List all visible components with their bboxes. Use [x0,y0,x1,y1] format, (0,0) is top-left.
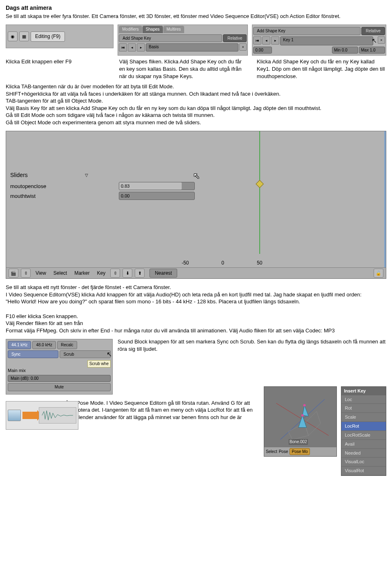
cursor-icon: ↖ [372,36,377,45]
menu-pose-3d[interactable]: Pose [279,449,288,455]
insert-key-loc[interactable]: Loc [341,395,386,404]
cursor-icon: ↖ [193,170,200,182]
nav-next-icon-2[interactable]: ▸ [271,36,279,45]
sliders-label-text: Sliders [10,171,28,179]
cursor-icon: ↖ [107,350,112,359]
wave-panel [6,401,78,430]
scrub-label: Scrub [63,352,74,357]
rate-441-button[interactable]: 44.1 kHz [8,341,31,349]
caption-1: Klicka Edit knappen eller F9 [6,58,111,80]
slider-row-mouthtwist: mouthtwist 0.00 [10,192,195,200]
nav-next-icon[interactable]: ▸ [137,43,145,52]
main-mix-label: Main mix [8,368,26,374]
insert-key-title: Insert Key [341,387,386,395]
snap-nearest-dropdown[interactable]: Nearest [149,269,177,278]
slider-name: mouthtwist [10,193,116,200]
insert-key-needed[interactable]: Needed [341,449,386,458]
slider-value: 0.83 [121,183,129,189]
insert-key-rot[interactable]: Rot [341,404,386,413]
insert-key-menu: Insert Key Loc Rot Scale LocRot LocRotSc… [341,386,386,476]
editing-f9-button[interactable]: Editing (F9) [31,31,65,41]
add-shape-key-button[interactable]: Add Shape Key [119,34,222,43]
panel-editing: ◉ ▦ Editing (F9) [6,25,114,48]
panel-row-1: ◉ ▦ Editing (F9) Modifiers Shapes Multir… [6,25,386,56]
image-icon[interactable] [8,410,21,421]
axis-tick: -50 [182,260,189,266]
insert-key-locrot[interactable]: LocRot [341,422,386,431]
orange-arrow-icon [22,412,37,419]
relative-toggle-2[interactable]: Relative [361,27,385,35]
caption-3: Klicka Add Shape Key och du får en ny Ke… [257,58,386,80]
insert-key-visualloc[interactable]: VisualLoc [341,457,386,466]
right-edge [384,131,386,268]
menu-key[interactable]: Key [95,270,108,276]
tab-multires[interactable]: Multires [163,26,184,33]
value-field[interactable]: 0.00 [253,47,272,54]
jump-up-icon[interactable]: ⬆ [135,269,145,278]
nav-prev-icon[interactable]: ◂ [128,43,136,52]
slider-row-moutopenclose: moutopenclose 0.83 [10,182,195,190]
nav-first-icon[interactable]: ⏮ [119,43,127,52]
pose-mode-dropdown[interactable]: Pose Mo [290,448,310,455]
add-shape-key-button-2[interactable]: Add Shape Key [253,27,361,35]
svg-marker-5 [303,405,309,416]
slider-input-mouthtwist[interactable]: 0.00 [119,192,195,200]
caption-2: Välj Shapes fliken. Klicka Add Shape Key… [119,58,249,80]
scrub-tooltip: Scrub whe [87,360,111,368]
shapekey-name-field-2[interactable]: Key 1 [280,36,373,45]
max-field[interactable]: Max 1.0 [359,47,385,54]
relative-toggle[interactable]: Relative [223,34,247,43]
delete-shapekey-button[interactable]: × [239,43,247,51]
action-editor-panel: Sliders ▽ moutopenclose 0.83 mouthtwist … [6,131,386,279]
svg-point-6 [301,414,304,417]
3d-viewport[interactable]: Bone.002 Select Pose Pose Mo [264,386,337,457]
collapse-icon[interactable]: ▽ [85,173,88,178]
delete-shapekey-button-2[interactable]: × [378,36,385,44]
shapekey-name-field[interactable]: Basis [146,43,238,52]
page-title: Dags att animera [6,4,386,12]
slider-input-moutopenclose[interactable]: 0.83 [119,182,195,190]
menu-select[interactable]: Select [51,270,69,276]
insert-key-visualrot[interactable]: VisualRot [341,466,386,475]
waveform-display [39,407,76,424]
menu-select-3d[interactable]: Select [266,449,277,455]
insert-key-locrotscale[interactable]: LocRotScale [341,431,386,440]
updown-icon[interactable]: ⇳ [21,269,31,278]
sync-button[interactable]: Sync [8,350,58,359]
nav-first-icon-2[interactable]: ⏮ [253,36,261,45]
current-frame-line[interactable] [259,131,260,254]
min-field[interactable]: Min 0.0 [332,47,358,54]
caption-row: Klicka Edit knappen eller F9 Välj Shapes… [6,58,386,80]
axis-tick: 50 [257,260,262,266]
timeline-axis: -50 0 50 [182,260,262,266]
editing-icon[interactable]: ▦ [19,31,29,41]
nav-prev-icon-2[interactable]: ◂ [262,36,270,45]
slider-name: moutopenclose [10,183,116,190]
insert-key-scale[interactable]: Scale [341,413,386,422]
action-editor-header: 🎬 ⇳ View Select Marker Key ⇳ ⬇ ⬆ Nearest… [6,267,386,278]
menu-view[interactable]: View [33,270,49,276]
sliders-header[interactable]: Sliders ▽ [10,171,88,179]
tab-shapes[interactable]: Shapes [143,26,163,33]
recalc-button[interactable]: Recalc [57,341,77,349]
intro-paragraph: Se till att skapa tre eller fyra fönster… [6,13,386,20]
panel-selector-icon[interactable]: ◉ [8,31,18,41]
tab-modifiers[interactable]: Modifiers [119,26,142,33]
editor-type-icon[interactable]: 🎬 [9,269,18,278]
insert-key-avail[interactable]: Avail [341,440,386,449]
keyframe-diamond-icon[interactable] [256,180,264,188]
jump-down-icon[interactable]: ⬇ [122,269,132,278]
rate-480-button[interactable]: 48.0 kHz [32,341,56,349]
scrub-button[interactable]: Scrub ↖ [60,350,110,359]
panel-shapes: Modifiers Shapes Multires Add Shape Key … [118,25,248,56]
updown-icon-2[interactable]: ⇳ [110,269,120,278]
axis-tick: 0 [221,260,224,266]
slider-value: 0.00 [121,193,129,199]
lock-icon[interactable]: 🔓 [374,269,383,278]
menu-marker[interactable]: Marker [72,270,92,276]
svg-point-7 [303,404,306,406]
main-db-field[interactable]: Main (dB): 0.00 [8,375,111,382]
3d-header: Select Pose Pose Mo [264,447,337,456]
bone-name-label: Bone.002 [289,439,308,445]
mid-paragraph: Klicka TAB-tangenten när du är över mode… [6,83,386,126]
